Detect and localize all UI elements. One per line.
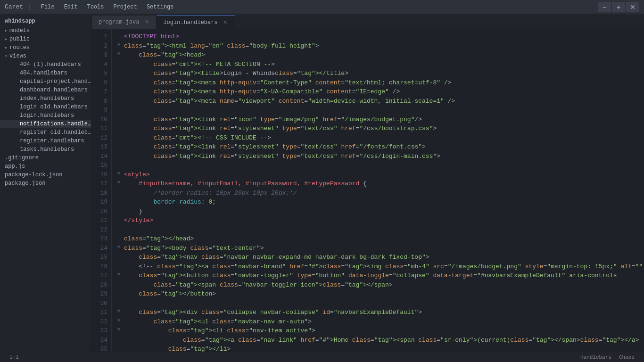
fold-arrow[interactable] bbox=[117, 234, 124, 244]
line-number: 27 bbox=[92, 271, 111, 280]
code-line: ▼ class="tag"><li class="nav-item active… bbox=[117, 326, 644, 336]
fold-arrow[interactable]: ▼ bbox=[117, 244, 124, 253]
fold-arrow[interactable] bbox=[117, 161, 124, 170]
code-line: class="tag"></head> bbox=[117, 234, 644, 244]
fold-arrow[interactable] bbox=[117, 106, 124, 115]
line-number: 10 bbox=[92, 115, 111, 124]
code-text: class="tag"><nav class="navbar navbar-ex… bbox=[124, 253, 429, 262]
sidebar-file-register-old-handlebars[interactable]: register old.handlebars bbox=[0, 128, 91, 137]
cursor-position[interactable]: 1:1 bbox=[6, 352, 23, 362]
fold-arrow[interactable] bbox=[117, 69, 124, 78]
fold-arrow[interactable] bbox=[117, 207, 124, 216]
menu-item-settings[interactable]: Settings bbox=[142, 2, 179, 12]
fold-arrow[interactable]: ▼ bbox=[117, 317, 124, 327]
sidebar-file-index-handlebars[interactable]: index.handlebars bbox=[0, 94, 91, 103]
menu-item-tools[interactable]: Tools bbox=[82, 2, 108, 12]
fold-arrow[interactable]: ▼ bbox=[117, 308, 124, 317]
sidebar-file-capital-project-handlebars[interactable]: capital-project.handlebars bbox=[0, 77, 91, 86]
fold-arrow[interactable] bbox=[117, 124, 124, 133]
fold-arrow[interactable] bbox=[117, 78, 124, 88]
code-line: ▼class="tag"><body class="text-center"> bbox=[117, 244, 644, 253]
sidebar-file-dashboard-handlebars[interactable]: dashboard.handlebars bbox=[0, 86, 91, 94]
code-line: class="tag"><nav class="navbar navbar-ex… bbox=[117, 253, 644, 262]
sidebar-file-package-json[interactable]: package.json bbox=[0, 179, 91, 188]
tab-login-handlebars[interactable]: login.handlebars× bbox=[157, 16, 235, 29]
line-number: 24 bbox=[92, 244, 111, 253]
code-line: ▼ class="tag"><div class="collapse navba… bbox=[117, 308, 644, 317]
tab-close-btn[interactable]: × bbox=[143, 18, 150, 26]
window-controls: − + ✕ bbox=[598, 2, 639, 12]
language-mode[interactable]: Handlebars bbox=[577, 352, 615, 362]
code-text: class="tag"></head> bbox=[124, 234, 194, 244]
code-text: </style> bbox=[124, 216, 153, 225]
menu-item-project[interactable]: Project bbox=[108, 2, 141, 12]
fold-arrow[interactable] bbox=[117, 299, 124, 308]
code-line: <!-- class="tag"><a class="navbar-brand"… bbox=[117, 262, 644, 272]
fold-arrow[interactable] bbox=[117, 345, 124, 352]
fold-arrow[interactable] bbox=[117, 189, 124, 198]
code-text: class="tag"><link rel="stylesheet" type=… bbox=[124, 142, 426, 152]
sidebar-file-package-lock-json[interactable]: package-lock.json bbox=[0, 171, 91, 179]
fold-arrow[interactable] bbox=[117, 97, 124, 106]
code-text: class="tag"><span class="navbar-toggler-… bbox=[124, 280, 393, 290]
sidebar-folder-routes[interactable]: ▸routes bbox=[0, 43, 91, 52]
code-text: class="tag"><body class="text-center"> bbox=[124, 244, 264, 253]
fold-arrow[interactable]: ▼ bbox=[117, 50, 124, 60]
code-text: class="tag"><li class="nav-item active"> bbox=[124, 326, 315, 336]
fold-arrow[interactable] bbox=[117, 216, 124, 225]
close-button[interactable]: ✕ bbox=[626, 2, 639, 12]
fold-arrow[interactable] bbox=[117, 225, 124, 235]
fold-arrow[interactable] bbox=[117, 262, 124, 272]
code-line: class="tag"><a class="nav-link" href="#"… bbox=[117, 336, 644, 345]
code-line: class="tag"><span class="navbar-toggler-… bbox=[117, 280, 644, 290]
sidebar-folder-models[interactable]: ▸models bbox=[0, 26, 91, 35]
sidebar-folder-public[interactable]: ▸public bbox=[0, 35, 91, 43]
fold-arrow[interactable]: ▼ bbox=[117, 41, 124, 51]
fold-arrow[interactable] bbox=[117, 253, 124, 262]
fold-arrow[interactable] bbox=[117, 142, 124, 152]
fold-arrow[interactable] bbox=[117, 152, 124, 161]
sidebar-file-404--1--handlebars[interactable]: 404 (1).handlebars bbox=[0, 60, 91, 69]
code-text: class="tag"><link rel="stylesheet" type=… bbox=[124, 152, 440, 161]
app-logo: Caret bbox=[5, 3, 23, 10]
sidebar-folder-views[interactable]: ▾views bbox=[0, 52, 91, 60]
maximize-button[interactable]: + bbox=[612, 2, 625, 12]
code-line: class="tag"><meta http-equiv="X-UA-Compa… bbox=[117, 87, 644, 97]
fold-arrow[interactable]: ▼ bbox=[117, 326, 124, 336]
color-theme[interactable]: Chaos bbox=[615, 352, 638, 362]
fold-arrow[interactable] bbox=[117, 197, 124, 207]
line-number: 1 bbox=[92, 32, 111, 41]
code-text: class="tag"><div class="collapse navbar-… bbox=[124, 308, 422, 317]
sidebar-file-login-handlebars[interactable]: login.handlebars bbox=[0, 111, 91, 120]
sidebar-file-notifications-handlebars[interactable]: notifications.handlebars bbox=[0, 120, 91, 128]
fold-arrow[interactable] bbox=[117, 115, 124, 124]
fold-arrow[interactable] bbox=[117, 133, 124, 143]
fold-arrow[interactable] bbox=[117, 336, 124, 345]
sidebar-file--gitignore[interactable]: .gitignore bbox=[0, 154, 91, 162]
fold-arrow[interactable] bbox=[117, 280, 124, 290]
sidebar-file-login-old-handlebars[interactable]: login old.handlebars bbox=[0, 103, 91, 111]
code-line: class="cmt"><!-- META SECTION --> bbox=[117, 60, 644, 69]
fold-arrow[interactable]: ▼ bbox=[117, 179, 124, 189]
fold-arrow[interactable] bbox=[117, 87, 124, 97]
sidebar-file-app-js[interactable]: app.js bbox=[0, 162, 91, 171]
fold-arrow[interactable] bbox=[117, 289, 124, 299]
tab-program-java[interactable]: program.java× bbox=[92, 16, 157, 29]
fold-arrow[interactable] bbox=[117, 60, 124, 69]
tab-close-btn[interactable]: × bbox=[222, 19, 229, 26]
fold-arrow[interactable] bbox=[117, 32, 124, 41]
line-number: 29 bbox=[92, 289, 111, 299]
menu-item-edit[interactable]: Edit bbox=[59, 2, 83, 12]
sidebar-root-folder[interactable]: whindsapp bbox=[0, 14, 91, 26]
minimize-button[interactable]: − bbox=[598, 2, 611, 12]
sidebar-file-404-handlebars[interactable]: 404.handlebars bbox=[0, 69, 91, 77]
sidebar-file-tasks-handlebars[interactable]: tasks.handlebars bbox=[0, 145, 91, 154]
code-content[interactable]: <!DOCTYPE html>▼class="tag"><html lang="… bbox=[112, 29, 644, 352]
fold-arrow[interactable]: ▼ bbox=[117, 170, 124, 180]
menu-item-file[interactable]: File bbox=[36, 2, 59, 12]
line-number: 16 bbox=[92, 170, 111, 180]
sidebar-file-register-handlebars[interactable]: register.handlebars bbox=[0, 137, 91, 145]
tab-label: program.java bbox=[99, 19, 139, 25]
fold-arrow[interactable]: ▼ bbox=[117, 271, 124, 280]
code-text: /*border-radius: 10px 20px 10px 20px;*/ bbox=[124, 189, 297, 198]
